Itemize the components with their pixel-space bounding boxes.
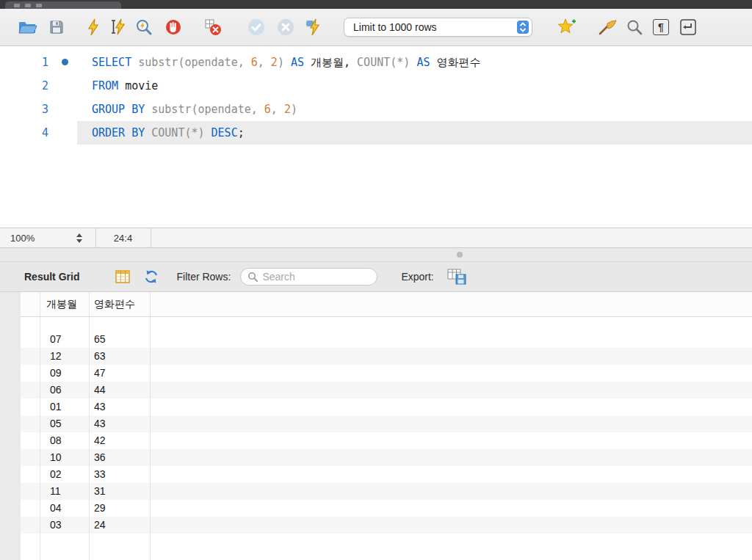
- commit-button[interactable]: [247, 18, 266, 37]
- table-cell[interactable]: 36: [90, 449, 151, 466]
- sql-editor[interactable]: 1SELECT substr(opendate, 6, 2) AS 개봉월, C…: [0, 46, 752, 228]
- toggle-invisibles-button[interactable]: ¶: [653, 19, 669, 35]
- row-selector[interactable]: [21, 449, 40, 466]
- result-left-margin: [0, 292, 21, 560]
- limit-rows-select[interactable]: Limit to 1000 rows: [344, 18, 532, 37]
- row-selector[interactable]: [21, 415, 40, 432]
- line-number: 4: [0, 121, 48, 145]
- toggle-stop-on-error-button[interactable]: [204, 18, 222, 36]
- execute-button[interactable]: [87, 18, 100, 36]
- table-cell[interactable]: 42: [90, 432, 151, 449]
- code-line-text[interactable]: SELECT substr(opendate, 6, 2) AS 개봉월, CO…: [77, 51, 752, 74]
- toggle-word-wrap-button[interactable]: [680, 19, 696, 35]
- table-row[interactable]: 0842: [21, 432, 752, 449]
- table-cell[interactable]: 04: [40, 500, 90, 517]
- stop-query-button[interactable]: [164, 18, 182, 36]
- table-cell[interactable]: 47: [90, 365, 151, 382]
- stop-hand-icon: [164, 18, 182, 36]
- table-row[interactable]: 0947: [21, 365, 752, 382]
- grid-error-icon: [204, 18, 222, 36]
- line-number-gutter[interactable]: 1: [0, 51, 77, 74]
- row-selector[interactable]: [21, 466, 40, 483]
- refresh-results-button[interactable]: [143, 269, 159, 285]
- beautify-query-button[interactable]: [599, 19, 618, 35]
- row-selector[interactable]: [21, 331, 40, 348]
- empty-cell: [40, 317, 90, 331]
- row-selector[interactable]: [21, 399, 40, 415]
- code-line-text[interactable]: FROM movie: [77, 74, 752, 98]
- row-selector[interactable]: [21, 432, 40, 449]
- table-row[interactable]: 0644: [21, 382, 752, 399]
- editor-line[interactable]: 2FROM movie: [0, 74, 752, 98]
- table-row[interactable]: 0324: [21, 517, 752, 534]
- find-button[interactable]: [626, 19, 643, 35]
- code-line-text[interactable]: GROUP BY substr(opendate, 6, 2): [77, 98, 752, 121]
- column-header[interactable]: 영화편수: [90, 292, 151, 316]
- explain-plan-button[interactable]: [135, 18, 153, 36]
- table-cell[interactable]: 43: [90, 399, 151, 415]
- table-row[interactable]: 1263: [21, 348, 752, 365]
- star-plus-icon: [557, 18, 576, 36]
- execute-current-statement-button[interactable]: [110, 18, 126, 36]
- table-cell[interactable]: 01: [40, 399, 90, 415]
- table-cell[interactable]: 33: [90, 466, 151, 483]
- code-line-text[interactable]: ORDER BY COUNT(*) DESC;: [77, 121, 752, 145]
- editor-line[interactable]: 1SELECT substr(opendate, 6, 2) AS 개봉월, C…: [0, 51, 752, 74]
- export-results-button[interactable]: [447, 269, 466, 285]
- table-cell[interactable]: 02: [40, 466, 90, 483]
- table-row[interactable]: 0765: [21, 331, 752, 348]
- table-cell[interactable]: 43: [90, 415, 151, 432]
- table-row[interactable]: 1131: [21, 483, 752, 500]
- search-input[interactable]: [262, 271, 377, 283]
- table-cell[interactable]: 31: [90, 483, 151, 500]
- row-selector[interactable]: [21, 517, 40, 534]
- editor-line[interactable]: 4ORDER BY COUNT(*) DESC;: [0, 121, 752, 145]
- line-number-gutter[interactable]: 3: [0, 98, 77, 121]
- table-row[interactable]: 0543: [21, 415, 752, 432]
- table-cell[interactable]: 63: [90, 348, 151, 365]
- search-field[interactable]: [240, 268, 377, 286]
- lightning-icon: [87, 18, 100, 36]
- table-row[interactable]: 0143: [21, 399, 752, 415]
- result-grid-view-button[interactable]: [115, 270, 130, 283]
- save-script-button[interactable]: [48, 19, 65, 35]
- table-cell[interactable]: 11: [40, 483, 90, 500]
- result-grid-body: 개봉월 영화편수 0765126309470644014305430842103…: [21, 292, 752, 560]
- table-cell[interactable]: 44: [90, 382, 151, 399]
- table-cell[interactable]: 07: [40, 331, 90, 348]
- divider: [151, 228, 151, 247]
- row-selector[interactable]: [21, 365, 40, 382]
- line-number-gutter[interactable]: 4: [0, 121, 77, 145]
- row-selector[interactable]: [21, 500, 40, 517]
- open-script-button[interactable]: [18, 19, 37, 35]
- table-row[interactable]: 0429: [21, 500, 752, 517]
- lightning-cursor-icon: [110, 18, 126, 36]
- table-row[interactable]: 1036: [21, 449, 752, 466]
- table-cell[interactable]: 65: [90, 331, 151, 348]
- editor-line[interactable]: 3GROUP BY substr(opendate, 6, 2): [0, 98, 752, 121]
- table-cell[interactable]: 06: [40, 382, 90, 399]
- table-cell[interactable]: 24: [90, 517, 151, 534]
- editor-tab[interactable]: [5, 1, 121, 9]
- table-cell[interactable]: 08: [40, 432, 90, 449]
- table-cell[interactable]: 03: [40, 517, 90, 534]
- table-row[interactable]: 0233: [21, 466, 752, 483]
- table-cell[interactable]: 29: [90, 500, 151, 517]
- table-cell[interactable]: 09: [40, 365, 90, 382]
- column-header[interactable]: 개봉월: [40, 292, 90, 316]
- rollback-button[interactable]: [276, 18, 295, 37]
- zoom-stepper[interactable]: [76, 233, 82, 243]
- caret-position: 24:4: [95, 233, 151, 244]
- line-number-gutter[interactable]: 2: [0, 74, 77, 98]
- save-snippet-button[interactable]: [557, 18, 576, 36]
- grid-table-icon: [115, 270, 130, 283]
- row-selector[interactable]: [21, 382, 40, 399]
- table-cell[interactable]: 12: [40, 348, 90, 365]
- table-cell[interactable]: 10: [40, 449, 90, 466]
- row-selector[interactable]: [21, 483, 40, 500]
- table-cell[interactable]: 05: [40, 415, 90, 432]
- header-gutter-cell: [21, 292, 40, 316]
- toggle-autocommit-button[interactable]: [306, 18, 323, 36]
- row-selector[interactable]: [21, 348, 40, 365]
- panel-splitter[interactable]: [0, 248, 752, 261]
